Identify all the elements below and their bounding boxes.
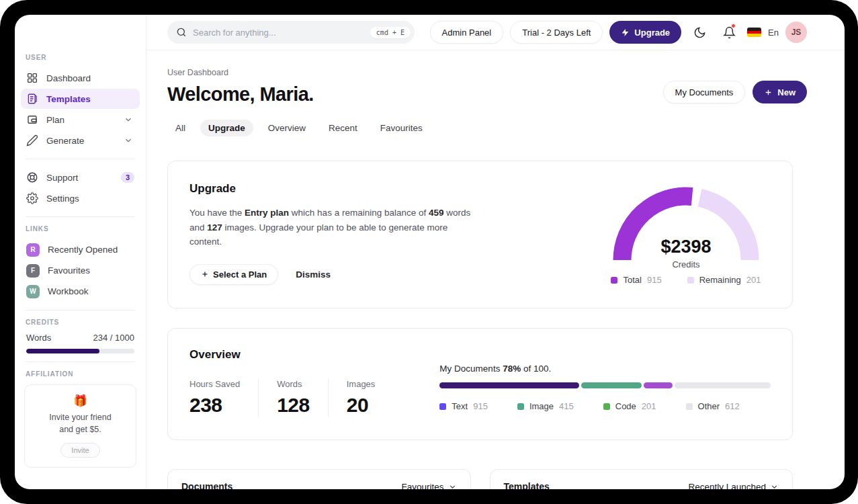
sidebar-section-links: LINKS <box>26 225 146 233</box>
chevron-down-icon[interactable] <box>122 136 134 145</box>
upgrade-card-left: Upgrade You have the Entry plan which ha… <box>189 182 472 285</box>
sidebar-section-affiliation: AFFILIATION <box>26 370 146 378</box>
chevron-down-icon[interactable] <box>122 115 134 124</box>
documents-filter-dropdown[interactable]: Favourites <box>401 482 456 490</box>
sidebar-section-credits: CREDITS <box>26 319 146 326</box>
legend-item-total: Total 915 <box>611 275 661 285</box>
credits-gauge: $2398 Credits Total 915 Remaining <box>607 182 765 285</box>
words-progress-track <box>26 349 134 353</box>
templates-filter-dropdown[interactable]: Recently Launched <box>688 482 779 490</box>
legend-swatch <box>687 277 694 284</box>
upgrade-card: Upgrade You have the Entry plan which ha… <box>167 161 793 308</box>
sidebar-link-label: Recently Opened <box>48 245 118 255</box>
tab-all[interactable]: All <box>167 120 194 136</box>
trial-days-button[interactable]: Trial - 2 Days Left <box>510 21 603 44</box>
new-button[interactable]: New <box>753 81 807 103</box>
tab-overview[interactable]: Overview <box>260 120 314 136</box>
plus-icon <box>201 270 209 278</box>
breadcrumb: User Dashboard <box>167 68 314 77</box>
dismiss-button[interactable]: Dismiss <box>296 269 331 280</box>
invite-button[interactable]: Invite <box>60 443 99 458</box>
lightning-bolt-icon <box>621 28 630 37</box>
upgrade-card-title: Upgrade <box>189 182 472 196</box>
words-progress-fill <box>26 349 99 353</box>
sidebar-item-dashboard[interactable]: Dashboard <box>21 68 140 88</box>
tab-upgrade[interactable]: Upgrade <box>200 120 253 136</box>
sidebar-item-templates[interactable]: Templates <box>21 89 140 109</box>
gear-icon <box>26 192 38 204</box>
upgrade-card-body: You have the Entry plan which has a rema… <box>189 206 472 249</box>
my-documents-button[interactable]: My Documents <box>663 81 746 103</box>
app-window: USER Dashboard Templates Plan Generate S… <box>15 15 845 489</box>
sidebar-item-label: Templates <box>46 94 91 104</box>
language-label[interactable]: En <box>768 28 779 38</box>
chevron-down-icon <box>448 482 457 490</box>
topbar-actions: Admin Panel Trial - 2 Days Left Upgrade <box>430 21 807 44</box>
language-flag-icon[interactable] <box>747 28 761 37</box>
templates-list-title: Templates <box>504 481 550 489</box>
gauge-center: $2398 Credits <box>607 237 765 269</box>
sidebar-link-recently-opened[interactable]: R Recently Opened <box>21 239 140 260</box>
pencil-icon <box>26 134 38 146</box>
legend-item-text: Text915 <box>439 401 488 411</box>
legend-item-other: Other612 <box>686 401 740 411</box>
gauge-legend: Total 915 Remaining 201 <box>611 275 761 285</box>
sidebar-item-generate[interactable]: Generate <box>21 130 140 151</box>
credits-caption: Credits <box>607 259 765 269</box>
sidebar-link-workbook[interactable]: W Workbook <box>21 281 140 302</box>
legend-swatch <box>603 403 610 410</box>
page-header: User Dashboard Welcome, Maria. My Docume… <box>167 68 807 106</box>
stat-hours-saved: Hours Saved 238 <box>189 379 259 417</box>
documents-usage: My Documents 78% of 100. Text915Image415… <box>439 348 771 417</box>
overview-card: Overview Hours Saved 238 Words 128 Image… <box>167 328 793 440</box>
overview-left: Overview Hours Saved 238 Words 128 Image… <box>189 348 411 417</box>
sidebar-item-label: Support <box>46 173 113 183</box>
dashboard-grid-icon <box>26 72 38 84</box>
overview-card-title: Overview <box>189 348 411 362</box>
legend-swatch <box>517 403 524 410</box>
bottom-lists: Documents Favourites Untitled Document i… <box>167 469 793 489</box>
search-icon <box>176 27 187 38</box>
search-shortcut-badge: cmd + E <box>370 27 411 38</box>
sidebar-item-settings[interactable]: Settings <box>21 188 140 208</box>
tab-favourites[interactable]: Favourites <box>372 120 431 136</box>
sidebar-item-plan[interactable]: Plan <box>21 110 140 130</box>
gift-icon: 🎁 <box>30 394 130 408</box>
chevron-down-icon <box>770 482 779 490</box>
sidebar-divider <box>26 310 135 310</box>
device-frame: USER Dashboard Templates Plan Generate S… <box>0 0 858 504</box>
notifications-button[interactable] <box>718 22 740 42</box>
upgrade-button[interactable]: Upgrade <box>609 21 681 44</box>
legend-item-code: Code201 <box>603 401 656 411</box>
sidebar-item-label: Dashboard <box>46 73 91 83</box>
documents-list-card: Documents Favourites Untitled Document i… <box>167 469 471 489</box>
sidebar-item-label: Settings <box>46 194 79 204</box>
stacked-usage-bar <box>439 382 771 388</box>
dark-mode-toggle[interactable] <box>688 22 711 42</box>
flag-stripe <box>747 34 761 37</box>
sidebar-item-support[interactable]: Support 3 <box>21 167 140 187</box>
affiliation-card: 🎁 Invite your friend and get $5. Invite <box>24 384 136 468</box>
link-initial-badge: R <box>26 243 40 257</box>
templates-list-card: Templates Recently Launched Blog Post Ti… <box>490 469 793 489</box>
admin-panel-button[interactable]: Admin Panel <box>430 21 504 44</box>
bar-segment-image <box>581 382 641 388</box>
wallet-icon <box>26 114 38 126</box>
sidebar-divider <box>26 159 135 159</box>
bar-segment-code <box>644 382 673 388</box>
moon-icon <box>693 26 706 39</box>
search-input[interactable]: Search for anything... cmd + E <box>167 21 415 44</box>
credits-row: Words 234 / 1000 <box>26 333 134 343</box>
credits-amount: $2398 <box>607 237 765 257</box>
support-count-badge: 3 <box>121 172 134 183</box>
sidebar-link-favourites[interactable]: F Favourites <box>21 260 140 281</box>
search-placeholder: Search for anything... <box>193 28 370 38</box>
sidebar: USER Dashboard Templates Plan Generate S… <box>15 15 146 489</box>
sidebar-divider <box>26 216 135 217</box>
select-plan-button[interactable]: Select a Plan <box>189 264 278 285</box>
legend-item-image: Image415 <box>517 401 574 411</box>
tab-recent[interactable]: Recent <box>320 120 366 136</box>
legend-swatch <box>611 277 617 284</box>
user-avatar[interactable]: JS <box>785 22 807 43</box>
sidebar-item-label: Generate <box>46 136 114 146</box>
